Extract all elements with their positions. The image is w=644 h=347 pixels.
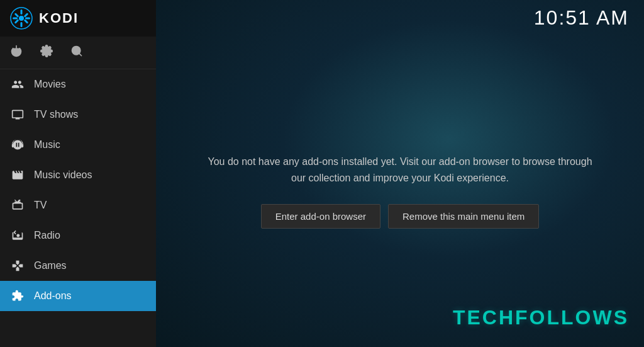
games-label: Games [34, 260, 67, 271]
radio-icon [10, 228, 25, 243]
addons-label: Add-ons [34, 290, 72, 302]
games-icon [10, 258, 25, 273]
addons-icon [10, 288, 25, 304]
svg-rect-1 [21, 9, 23, 14]
clock-display: 10:51 AM [534, 6, 629, 30]
sidebar-item-radio[interactable]: Radio [0, 220, 156, 251]
main-content: 10:51 AM You do not have any add-ons ins… [156, 0, 644, 347]
svg-point-9 [19, 16, 24, 21]
tvshows-icon [10, 107, 25, 122]
movies-label: Movies [34, 79, 66, 90]
svg-rect-4 [25, 18, 30, 20]
svg-rect-3 [13, 18, 18, 20]
sidebar-item-tvshows[interactable]: TV shows [0, 100, 156, 130]
tv-icon [10, 198, 25, 213]
svg-rect-7 [14, 19, 19, 24]
kodi-logo-icon [10, 7, 33, 30]
info-message: You do not have any add-ons installed ye… [205, 154, 595, 186]
app-container: KODI [0, 0, 644, 347]
sidebar-item-music[interactable]: Music [0, 130, 156, 160]
sidebar-header: KODI [0, 0, 156, 37]
music-label: Music [34, 139, 60, 151]
svg-rect-8 [24, 19, 29, 24]
sidebar-nav: Movies TV shows Music [0, 69, 156, 347]
sidebar-item-movies[interactable]: Movies [0, 69, 156, 100]
app-title: KODI [39, 10, 79, 26]
search-icon[interactable] [70, 45, 83, 60]
watermark-text: TECHFOLLOWS [453, 306, 629, 329]
settings-icon[interactable] [40, 45, 53, 60]
svg-rect-2 [21, 22, 23, 27]
power-icon[interactable] [10, 45, 23, 60]
top-bar: 10:51 AM [156, 0, 644, 35]
sidebar: KODI [0, 0, 156, 347]
sidebar-item-music-videos[interactable]: Music videos [0, 160, 156, 190]
music-icon [10, 137, 25, 152]
radio-label: Radio [34, 230, 60, 241]
sidebar-item-games[interactable]: Games [0, 251, 156, 281]
svg-line-13 [79, 54, 82, 56]
movies-icon [10, 77, 25, 92]
sidebar-toolbar [0, 37, 156, 69]
sidebar-item-addons[interactable]: Add-ons [0, 281, 156, 311]
enter-addon-browser-button[interactable]: Enter add-on browser [261, 204, 380, 229]
music-videos-icon [10, 168, 25, 183]
tvshows-label: TV shows [34, 109, 78, 120]
center-area: You do not have any add-ons installed ye… [156, 35, 644, 347]
svg-rect-5 [14, 13, 19, 18]
action-buttons: Enter add-on browser Remove this main me… [261, 204, 540, 229]
remove-menu-item-button[interactable]: Remove this main menu item [388, 204, 539, 229]
svg-rect-6 [24, 13, 29, 18]
tv-label: TV [34, 200, 47, 211]
sidebar-item-tv[interactable]: TV [0, 190, 156, 220]
music-videos-label: Music videos [34, 169, 92, 181]
